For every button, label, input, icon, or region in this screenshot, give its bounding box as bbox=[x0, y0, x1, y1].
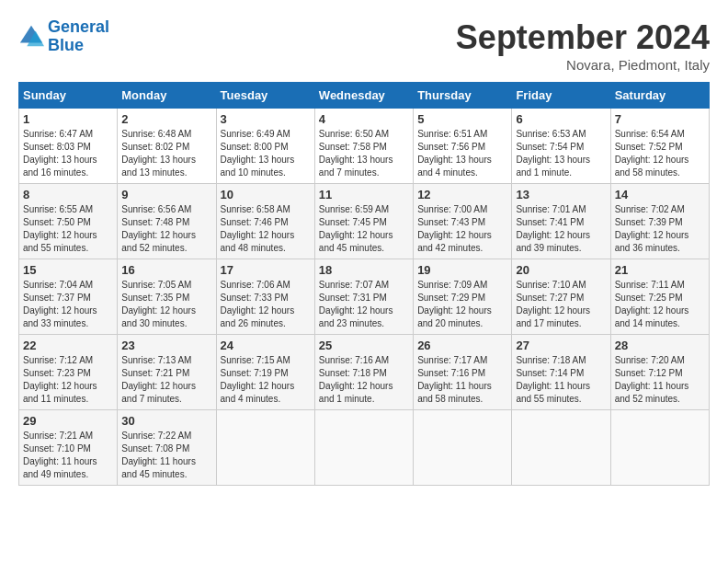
logo-text: General Blue bbox=[48, 18, 109, 55]
day-number: 28 bbox=[615, 339, 705, 352]
table-row: 7Sunrise: 6:54 AMSunset: 7:52 PMDaylight… bbox=[610, 109, 709, 184]
table-row: 27Sunrise: 7:18 AMSunset: 7:14 PMDayligh… bbox=[512, 335, 610, 410]
day-info: Sunrise: 7:17 AMSunset: 7:16 PMDaylight:… bbox=[417, 355, 492, 404]
table-row: 3Sunrise: 6:49 AMSunset: 8:00 PMDaylight… bbox=[216, 109, 314, 184]
header-wednesday: Wednesday bbox=[314, 83, 413, 109]
table-row bbox=[610, 410, 709, 486]
day-info: Sunrise: 7:20 AMSunset: 7:12 PMDaylight:… bbox=[615, 355, 689, 404]
day-info: Sunrise: 6:56 AMSunset: 7:48 PMDaylight:… bbox=[121, 204, 196, 253]
day-info: Sunrise: 7:01 AMSunset: 7:41 PMDaylight:… bbox=[516, 204, 590, 253]
day-info: Sunrise: 7:10 AMSunset: 7:27 PMDaylight:… bbox=[516, 280, 590, 328]
day-number: 30 bbox=[121, 414, 211, 428]
table-row: 5Sunrise: 6:51 AMSunset: 7:56 PMDaylight… bbox=[414, 109, 512, 184]
table-row: 24Sunrise: 7:15 AMSunset: 7:19 PMDayligh… bbox=[216, 335, 314, 410]
day-number: 25 bbox=[319, 339, 409, 352]
table-row: 21Sunrise: 7:11 AMSunset: 7:25 PMDayligh… bbox=[610, 259, 709, 335]
day-number: 18 bbox=[319, 263, 409, 277]
table-row: 13Sunrise: 7:01 AMSunset: 7:41 PMDayligh… bbox=[512, 184, 610, 259]
day-number: 5 bbox=[417, 112, 507, 126]
table-row: 17Sunrise: 7:06 AMSunset: 7:33 PMDayligh… bbox=[216, 259, 314, 335]
header-friday: Friday bbox=[512, 83, 610, 109]
day-info: Sunrise: 6:49 AMSunset: 8:00 PMDaylight:… bbox=[221, 129, 295, 178]
table-row: 25Sunrise: 7:16 AMSunset: 7:18 PMDayligh… bbox=[314, 335, 413, 410]
day-number: 16 bbox=[121, 263, 211, 277]
calendar-week-5: 29Sunrise: 7:21 AMSunset: 7:10 PMDayligh… bbox=[19, 410, 710, 486]
day-info: Sunrise: 7:12 AMSunset: 7:23 PMDaylight:… bbox=[23, 355, 97, 404]
table-row: 6Sunrise: 6:53 AMSunset: 7:54 PMDaylight… bbox=[512, 109, 610, 184]
header-tuesday: Tuesday bbox=[216, 83, 314, 109]
day-number: 13 bbox=[516, 188, 606, 201]
table-row: 19Sunrise: 7:09 AMSunset: 7:29 PMDayligh… bbox=[414, 259, 512, 335]
day-number: 24 bbox=[221, 339, 311, 352]
day-info: Sunrise: 7:21 AMSunset: 7:10 PMDaylight:… bbox=[23, 431, 97, 479]
day-info: Sunrise: 6:48 AMSunset: 8:02 PMDaylight:… bbox=[121, 129, 196, 178]
table-row: 12Sunrise: 7:00 AMSunset: 7:43 PMDayligh… bbox=[414, 184, 512, 259]
day-info: Sunrise: 6:53 AMSunset: 7:54 PMDaylight:… bbox=[516, 129, 590, 178]
day-number: 7 bbox=[615, 112, 705, 126]
header-saturday: Saturday bbox=[610, 83, 709, 109]
day-number: 1 bbox=[23, 112, 113, 126]
logo-icon bbox=[18, 24, 44, 50]
day-info: Sunrise: 7:04 AMSunset: 7:37 PMDaylight:… bbox=[23, 280, 97, 328]
day-number: 19 bbox=[417, 263, 507, 277]
table-row: 22Sunrise: 7:12 AMSunset: 7:23 PMDayligh… bbox=[19, 335, 118, 410]
header-thursday: Thursday bbox=[414, 83, 512, 109]
day-number: 22 bbox=[23, 339, 113, 352]
day-info: Sunrise: 7:06 AMSunset: 7:33 PMDaylight:… bbox=[221, 280, 295, 328]
table-row: 28Sunrise: 7:20 AMSunset: 7:12 PMDayligh… bbox=[610, 335, 709, 410]
day-info: Sunrise: 7:05 AMSunset: 7:35 PMDaylight:… bbox=[121, 280, 196, 328]
day-number: 11 bbox=[319, 188, 409, 201]
table-row: 11Sunrise: 6:59 AMSunset: 7:45 PMDayligh… bbox=[314, 184, 413, 259]
calendar-subtitle: Novara, Piedmont, Italy bbox=[456, 57, 710, 73]
day-number: 29 bbox=[23, 414, 113, 428]
day-info: Sunrise: 6:47 AMSunset: 8:03 PMDaylight:… bbox=[23, 129, 97, 178]
table-row: 9Sunrise: 6:56 AMSunset: 7:48 PMDaylight… bbox=[118, 184, 216, 259]
header: General Blue September 2024 Novara, Pied… bbox=[18, 18, 710, 73]
logo: General Blue bbox=[18, 18, 109, 55]
day-info: Sunrise: 7:09 AMSunset: 7:29 PMDaylight:… bbox=[417, 280, 492, 328]
day-number: 3 bbox=[221, 112, 311, 126]
day-number: 15 bbox=[23, 263, 113, 277]
day-info: Sunrise: 6:51 AMSunset: 7:56 PMDaylight:… bbox=[417, 129, 492, 178]
day-number: 2 bbox=[121, 112, 211, 126]
day-info: Sunrise: 6:58 AMSunset: 7:46 PMDaylight:… bbox=[221, 204, 295, 253]
day-number: 14 bbox=[615, 188, 705, 201]
day-number: 4 bbox=[319, 112, 409, 126]
table-row: 26Sunrise: 7:17 AMSunset: 7:16 PMDayligh… bbox=[414, 335, 512, 410]
day-info: Sunrise: 7:00 AMSunset: 7:43 PMDaylight:… bbox=[417, 204, 492, 253]
table-row: 16Sunrise: 7:05 AMSunset: 7:35 PMDayligh… bbox=[118, 259, 216, 335]
day-info: Sunrise: 7:18 AMSunset: 7:14 PMDaylight:… bbox=[516, 355, 590, 404]
table-row bbox=[216, 410, 314, 486]
day-number: 10 bbox=[221, 188, 311, 201]
table-row: 10Sunrise: 6:58 AMSunset: 7:46 PMDayligh… bbox=[216, 184, 314, 259]
day-number: 12 bbox=[417, 188, 507, 201]
day-info: Sunrise: 7:07 AMSunset: 7:31 PMDaylight:… bbox=[319, 280, 393, 328]
table-row: 4Sunrise: 6:50 AMSunset: 7:58 PMDaylight… bbox=[314, 109, 413, 184]
table-row: 23Sunrise: 7:13 AMSunset: 7:21 PMDayligh… bbox=[118, 335, 216, 410]
day-info: Sunrise: 7:11 AMSunset: 7:25 PMDaylight:… bbox=[615, 280, 689, 328]
table-row bbox=[414, 410, 512, 486]
header-sunday: Sunday bbox=[19, 83, 118, 109]
day-number: 26 bbox=[417, 339, 507, 352]
table-row: 1Sunrise: 6:47 AMSunset: 8:03 PMDaylight… bbox=[19, 109, 118, 184]
day-info: Sunrise: 6:59 AMSunset: 7:45 PMDaylight:… bbox=[319, 204, 393, 253]
weekday-header-row: Sunday Monday Tuesday Wednesday Thursday… bbox=[19, 83, 710, 109]
day-info: Sunrise: 7:16 AMSunset: 7:18 PMDaylight:… bbox=[319, 355, 393, 404]
table-row: 18Sunrise: 7:07 AMSunset: 7:31 PMDayligh… bbox=[314, 259, 413, 335]
table-row: 15Sunrise: 7:04 AMSunset: 7:37 PMDayligh… bbox=[19, 259, 118, 335]
day-info: Sunrise: 7:15 AMSunset: 7:19 PMDaylight:… bbox=[221, 355, 295, 404]
day-info: Sunrise: 6:55 AMSunset: 7:50 PMDaylight:… bbox=[23, 204, 97, 253]
calendar-week-1: 1Sunrise: 6:47 AMSunset: 8:03 PMDaylight… bbox=[19, 109, 710, 184]
day-number: 27 bbox=[516, 339, 606, 352]
day-number: 20 bbox=[516, 263, 606, 277]
day-info: Sunrise: 7:02 AMSunset: 7:39 PMDaylight:… bbox=[615, 204, 689, 253]
day-info: Sunrise: 6:54 AMSunset: 7:52 PMDaylight:… bbox=[615, 129, 689, 178]
table-row: 29Sunrise: 7:21 AMSunset: 7:10 PMDayligh… bbox=[19, 410, 118, 486]
table-row: 2Sunrise: 6:48 AMSunset: 8:02 PMDaylight… bbox=[118, 109, 216, 184]
day-number: 8 bbox=[23, 188, 113, 201]
calendar-table: Sunday Monday Tuesday Wednesday Thursday… bbox=[18, 82, 710, 486]
calendar-week-2: 8Sunrise: 6:55 AMSunset: 7:50 PMDaylight… bbox=[19, 184, 710, 259]
day-number: 17 bbox=[221, 263, 311, 277]
calendar-week-4: 22Sunrise: 7:12 AMSunset: 7:23 PMDayligh… bbox=[19, 335, 710, 410]
table-row: 20Sunrise: 7:10 AMSunset: 7:27 PMDayligh… bbox=[512, 259, 610, 335]
